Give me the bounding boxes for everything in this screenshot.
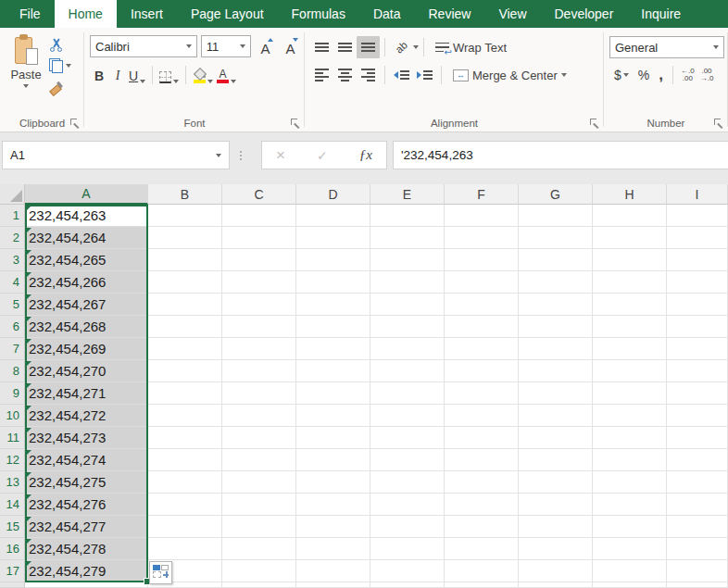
cell-H2[interactable] (593, 227, 667, 249)
cell-B4[interactable] (148, 271, 222, 294)
cell-A9[interactable]: 232,454,271 (25, 382, 148, 405)
cell-G16[interactable] (519, 538, 593, 560)
cell-H12[interactable] (593, 449, 667, 471)
row-header-8[interactable]: 8 (0, 360, 25, 382)
cell-H9[interactable] (593, 382, 667, 405)
cell-A2[interactable]: 232,454,264 (25, 227, 148, 249)
cut-button[interactable] (49, 36, 71, 53)
cell-B16[interactable] (148, 538, 222, 560)
cell-D3[interactable] (296, 249, 370, 271)
cell-G2[interactable] (519, 227, 593, 249)
cell-F4[interactable] (445, 271, 519, 294)
row-header-4[interactable]: 4 (0, 271, 25, 294)
column-header-e[interactable]: E (370, 184, 445, 205)
fill-color-dropdown-icon[interactable] (207, 80, 213, 83)
cell-B7[interactable] (148, 338, 222, 360)
cell-C17[interactable] (222, 560, 296, 582)
cell-A15[interactable]: 232,454,277 (25, 516, 148, 538)
cell-I9[interactable] (667, 382, 728, 405)
cell-A6[interactable]: 232,454,268 (25, 316, 148, 338)
cell-D10[interactable] (296, 405, 370, 427)
cell-I16[interactable] (667, 538, 728, 560)
decrease-indent-button[interactable] (390, 64, 413, 86)
cell-A16[interactable]: 232,454,278 (25, 538, 148, 560)
cell-I4[interactable] (667, 271, 728, 294)
borders-dropdown-icon[interactable] (173, 80, 179, 83)
align-middle-button[interactable] (333, 36, 357, 58)
cell-I15[interactable] (667, 516, 728, 538)
font-size-dropdown-icon[interactable] (240, 44, 245, 48)
cell-B10[interactable] (148, 405, 222, 427)
cell-A17[interactable]: 232,454,279 (25, 560, 148, 582)
row-header-16[interactable]: 16 (0, 538, 25, 560)
cell-D4[interactable] (296, 271, 370, 294)
cell-B2[interactable] (148, 227, 222, 249)
cell-C12[interactable] (222, 449, 296, 471)
cell-G3[interactable] (519, 249, 593, 271)
cell-B1[interactable] (148, 205, 222, 227)
cancel-icon[interactable]: × (276, 146, 285, 165)
format-painter-button[interactable] (49, 79, 71, 95)
cell-D7[interactable] (296, 338, 370, 360)
cell-E13[interactable] (370, 471, 445, 494)
cell-Dx[interactable] (296, 582, 370, 588)
cell-H15[interactable] (593, 516, 667, 538)
tab-home[interactable]: Home (55, 0, 117, 28)
tab-view[interactable]: View (484, 0, 540, 28)
cell-H4[interactable] (593, 271, 667, 294)
insert-function-icon[interactable]: ƒx (359, 147, 372, 163)
cell-B13[interactable] (148, 471, 222, 494)
cell-B12[interactable] (148, 449, 222, 471)
cell-C11[interactable] (222, 427, 296, 449)
number-format-dropdown-icon[interactable] (713, 45, 719, 49)
cell-F16[interactable] (445, 538, 519, 560)
cell-G8[interactable] (519, 360, 593, 382)
align-top-button[interactable] (310, 36, 333, 58)
cell-G15[interactable] (519, 516, 593, 538)
italic-button[interactable]: I (108, 64, 127, 86)
cell-H14[interactable] (593, 494, 667, 516)
autofill-options-button[interactable] (149, 561, 172, 584)
cell-G13[interactable] (519, 471, 593, 494)
formula-bar-resize-handle[interactable] (240, 151, 242, 160)
cell-G9[interactable] (519, 382, 593, 405)
bold-button[interactable]: B (90, 64, 108, 86)
cell-Ex[interactable] (370, 582, 445, 588)
cell-D8[interactable] (296, 360, 370, 382)
cell-C7[interactable] (222, 338, 296, 360)
cell-D13[interactable] (296, 471, 370, 494)
column-header-c[interactable]: C (222, 184, 296, 205)
cell-G17[interactable] (519, 560, 593, 582)
underline-button[interactable]: U (127, 64, 147, 86)
copy-button[interactable] (49, 57, 71, 74)
name-box-dropdown-icon[interactable] (216, 154, 221, 157)
cell-A8[interactable]: 232,454,270 (25, 360, 148, 382)
number-format-select[interactable]: General (609, 36, 724, 58)
column-header-a[interactable]: A (25, 184, 148, 205)
cell-H8[interactable] (593, 360, 667, 382)
cell-E14[interactable] (370, 494, 445, 516)
cell-F13[interactable] (445, 471, 519, 494)
cell-C8[interactable] (222, 360, 296, 382)
row-header-12[interactable]: 12 (0, 449, 25, 471)
cell-E15[interactable] (370, 516, 445, 538)
cell-B5[interactable] (148, 294, 222, 316)
cell-B11[interactable] (148, 427, 222, 449)
tab-data[interactable]: Data (359, 0, 415, 28)
row-header-17[interactable]: 17 (0, 560, 25, 582)
decrease-decimal-button[interactable]: .00→.0 (697, 68, 717, 82)
row-header-15[interactable]: 15 (0, 516, 25, 538)
cell-D12[interactable] (296, 449, 370, 471)
row-header-9[interactable]: 9 (0, 382, 25, 405)
cell-C6[interactable] (222, 316, 296, 338)
cell-E6[interactable] (370, 316, 445, 338)
merge-center-dropdown-icon[interactable] (561, 73, 567, 77)
cell-E4[interactable] (370, 271, 445, 294)
cell-I14[interactable] (667, 494, 728, 516)
cell-G14[interactable] (519, 494, 593, 516)
cell-E12[interactable] (370, 449, 445, 471)
percent-style-button[interactable]: % (634, 65, 654, 85)
row-header-7[interactable]: 7 (0, 338, 25, 360)
cell-G11[interactable] (519, 427, 593, 449)
cell-Hx[interactable] (593, 582, 667, 588)
